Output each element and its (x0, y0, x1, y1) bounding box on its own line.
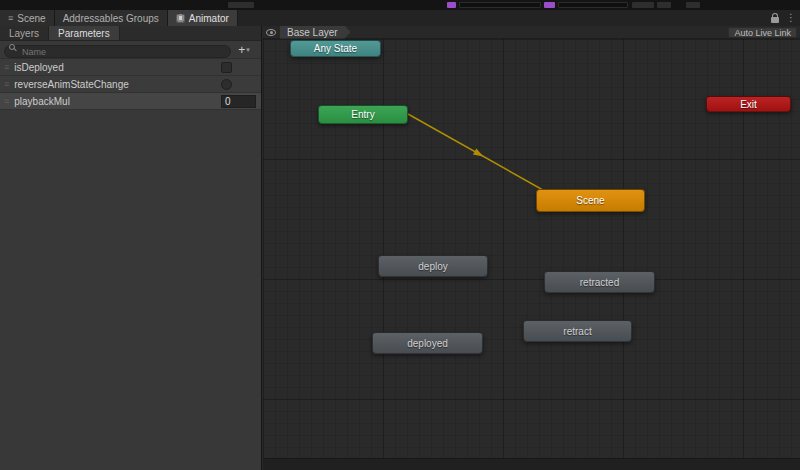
state-node-deploy[interactable]: deploy (378, 255, 488, 277)
lock-icon[interactable] (771, 17, 779, 23)
chevron-down-icon: ▾ (246, 46, 250, 54)
pane-tab-bar: ≡ Scene Addressables Groups Animator ⋮ (0, 10, 800, 26)
left-panel-tabs: Layers Parameters (0, 26, 261, 41)
drag-handle-icon: ≡ (4, 97, 9, 106)
animator-left-panel: Layers Parameters + ▾ ≡ isDeployed ≡ rev… (0, 26, 262, 470)
animator-icon (176, 14, 185, 23)
layout-dropdown[interactable] (657, 2, 671, 8)
play-controls[interactable] (228, 2, 254, 8)
tab-label: Parameters (58, 28, 110, 39)
tab-layers[interactable]: Layers (0, 26, 49, 40)
state-node-deployed[interactable]: deployed (372, 332, 483, 354)
tab-animator[interactable]: Animator (168, 10, 238, 26)
parameter-row[interactable]: ≡ playbackMul 0 (0, 93, 261, 110)
tab-parameters[interactable]: Parameters (49, 26, 120, 40)
eye-icon[interactable] (266, 29, 276, 36)
parameter-control (221, 61, 256, 74)
toolbar-item[interactable] (686, 2, 700, 8)
tab-label: Addressables Groups (63, 13, 159, 24)
state-node-scene[interactable]: Scene (536, 189, 645, 212)
tab-scene[interactable]: ≡ Scene (0, 10, 55, 26)
parameter-trigger-radio[interactable] (221, 79, 232, 90)
parameter-row[interactable]: ≡ isDeployed (0, 59, 261, 76)
unity-main-toolbar (0, 0, 800, 10)
state-node-retracted[interactable]: retracted (544, 271, 655, 293)
parameter-name: reverseAnimStateChange (14, 79, 129, 90)
tab-label: Animator (189, 13, 229, 24)
kebab-menu-icon[interactable]: ⋮ (786, 13, 796, 23)
tab-label: Layers (9, 28, 39, 39)
search-input[interactable] (4, 45, 231, 58)
breadcrumb-base-layer[interactable]: Base Layer (280, 26, 351, 39)
graph-canvas[interactable]: Any StateEntryExitScenedeployretractedre… (263, 39, 800, 458)
collab-icon[interactable] (447, 2, 456, 8)
drag-handle-icon: ≡ (4, 80, 9, 89)
parameter-control (221, 78, 256, 91)
layers-dropdown[interactable] (632, 2, 654, 8)
tab-addressables-groups[interactable]: Addressables Groups (55, 10, 168, 26)
graph-toolbar: Base Layer Auto Live Link (263, 26, 800, 39)
parameter-checkbox[interactable] (221, 62, 232, 73)
state-node-entry[interactable]: Entry (318, 105, 408, 124)
parameter-control: 0 (221, 95, 256, 108)
transition-arrow-icon (473, 148, 485, 159)
animator-graph-panel: Base Layer Auto Live Link Any StateEntry… (263, 26, 800, 470)
parameter-row[interactable]: ≡ reverseAnimStateChange (0, 76, 261, 93)
plus-icon: + (238, 44, 245, 56)
graph-status-bar (263, 458, 800, 470)
add-parameter-button[interactable]: + ▾ (231, 44, 257, 56)
state-node-exit[interactable]: Exit (706, 96, 791, 112)
hamburger-icon: ≡ (8, 14, 13, 23)
parameter-search-row: + ▾ (0, 41, 261, 59)
tab-label: Scene (17, 13, 45, 24)
account-dropdown[interactable] (459, 2, 541, 8)
parameter-name: playbackMul (14, 96, 70, 107)
parameter-name: isDeployed (14, 62, 63, 73)
drag-handle-icon: ≡ (4, 63, 9, 72)
state-node-any-state[interactable]: Any State (290, 40, 381, 57)
services-icon[interactable] (544, 2, 555, 8)
auto-live-link-button[interactable]: Auto Live Link (728, 27, 797, 38)
state-node-retract[interactable]: retract (523, 320, 632, 342)
parameter-value-field[interactable]: 0 (221, 95, 256, 108)
search-field[interactable] (558, 2, 628, 8)
parameter-list: ≡ isDeployed ≡ reverseAnimStateChange ≡ … (0, 59, 261, 110)
search-icon (9, 44, 15, 50)
